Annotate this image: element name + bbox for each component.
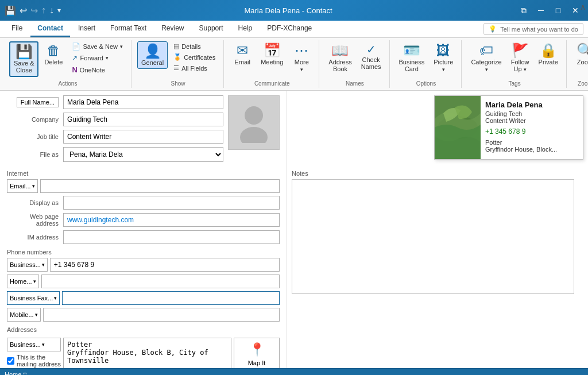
tab-contact[interactable]: Contact: [30, 21, 70, 37]
file-as-label: File as: [7, 151, 59, 158]
phone-numbers-label: Phone numbers: [7, 249, 280, 256]
onenote-button[interactable]: N OneNote: [68, 64, 126, 75]
left-panel: Full Name... Company Job title File as P…: [0, 91, 287, 368]
business-card-preview: Maria Dela Pena Guiding Tech Content Wri…: [434, 95, 583, 160]
maximize-button[interactable]: □: [550, 2, 566, 18]
tab-pdf-xchange[interactable]: PDF-XChange: [260, 21, 319, 37]
business-card-button[interactable]: 🪪 BusinessCard: [396, 41, 428, 75]
tell-me-search[interactable]: 💡 Tell me what you want to do: [483, 23, 583, 35]
minimize-button[interactable]: ─: [533, 2, 549, 18]
home-phone-input[interactable]: [41, 275, 280, 288]
map-pin-icon: 📍: [249, 342, 265, 357]
forward-button[interactable]: ↗ Forward ▾: [68, 53, 126, 63]
options-buttons: 🪪 BusinessCard 🖼 Picture▾: [396, 41, 457, 77]
full-name-input[interactable]: [63, 95, 223, 109]
job-title-input[interactable]: [63, 130, 223, 144]
bc-name: Maria Dela Pena: [485, 100, 578, 109]
business-phone-row: Business... ▾: [7, 258, 280, 272]
status-home-text: Home ᵐ: [5, 371, 27, 375]
business-phone-input[interactable]: [50, 258, 280, 272]
details-button[interactable]: ▤ Details: [170, 41, 219, 51]
tab-file[interactable]: File: [5, 21, 29, 37]
email-label: Email: [234, 59, 250, 65]
address-dropdown-button[interactable]: Business... ▾: [7, 338, 61, 351]
down-arrow-icon[interactable]: ↓: [49, 5, 54, 16]
bc-phone: +1 345 678 9: [485, 127, 578, 136]
follow-up-button[interactable]: 🚩 FollowUp ▾: [508, 41, 533, 75]
tags-group-label: Tags: [509, 78, 521, 87]
tab-insert[interactable]: Insert: [71, 21, 102, 37]
check-names-button[interactable]: ✓ CheckNames: [358, 41, 385, 72]
certificates-button[interactable]: 🏅 Certificates: [170, 52, 219, 62]
lightbulb-icon: 💡: [489, 25, 497, 33]
follow-up-icon: 🚩: [512, 44, 529, 57]
follow-up-label: FollowUp ▾: [511, 59, 529, 72]
tab-format-text[interactable]: Format Text: [103, 21, 153, 37]
job-title-row: Job title: [7, 130, 223, 144]
up-arrow-icon[interactable]: ↑: [41, 5, 46, 16]
undo-icon[interactable]: ↩: [20, 5, 27, 16]
bc-image: [435, 96, 481, 159]
email-arrow-icon: ▾: [32, 183, 35, 189]
address-btn-label: Business...: [10, 341, 41, 348]
mobile-input[interactable]: [43, 308, 280, 322]
address-arrow: ▾: [42, 342, 45, 347]
general-button[interactable]: 👤 General: [137, 41, 168, 69]
display-as-input[interactable]: [63, 196, 280, 210]
private-icon: 🔒: [540, 44, 557, 57]
im-input[interactable]: [63, 230, 280, 244]
redo-icon[interactable]: ↪: [30, 5, 38, 16]
home-phone-arrow: ▾: [33, 279, 36, 284]
ribbon-group-names: 📖 AddressBook ✓ CheckNames Names: [320, 40, 389, 88]
email-dropdown-button[interactable]: Email... ▾: [7, 179, 38, 193]
picture-label: Picture▾: [434, 59, 453, 72]
avatar-svg: [237, 103, 271, 143]
web-input[interactable]: [63, 213, 280, 227]
delete-button[interactable]: 🗑 Delete: [41, 41, 66, 68]
fax-button[interactable]: Business Fax... ▾: [7, 291, 60, 305]
all-fields-button[interactable]: ☰ All Fields: [170, 63, 219, 73]
save-close-button[interactable]: 💾 Save &Close: [9, 41, 38, 77]
communicate-buttons: ✉ Email 📅 Meeting ⋯ More▾: [230, 41, 314, 77]
map-it-button[interactable]: 📍 Map It: [234, 338, 280, 368]
certificates-label: Certificates: [184, 54, 215, 61]
save-icon[interactable]: 💾: [5, 5, 16, 16]
notes-textarea[interactable]: [292, 179, 574, 294]
tab-review[interactable]: Review: [154, 21, 191, 37]
categorize-button[interactable]: 🏷 Categorize▾: [467, 41, 505, 75]
business-phone-button[interactable]: Business... ▾: [7, 258, 48, 272]
home-phone-button[interactable]: Home... ▾: [7, 275, 39, 288]
meeting-button[interactable]: 📅 Meeting: [257, 41, 287, 68]
more-icon: ⋯: [295, 44, 308, 57]
address-book-button[interactable]: 📖 AddressBook: [325, 41, 355, 75]
zoom-group-label: Zoom: [578, 78, 588, 87]
picture-button[interactable]: 🖼 Picture▾: [430, 41, 457, 75]
window-title: Maria Dela Pena - Contact: [61, 6, 516, 15]
zoom-buttons: 🔍 Zoom: [572, 41, 588, 77]
right-panel: Maria Dela Pena Guiding Tech Content Wri…: [287, 91, 588, 368]
names-group-label: Names: [346, 78, 364, 87]
save-new-button[interactable]: 📄 Save & New ▾: [68, 41, 126, 52]
zoom-label: Zoom: [577, 59, 588, 65]
file-as-select[interactable]: Pena, Maria Dela: [63, 147, 223, 162]
full-name-button[interactable]: Full Name...: [17, 97, 59, 107]
email-button[interactable]: ✉ Email: [230, 41, 255, 68]
more-button[interactable]: ⋯ More▾: [289, 41, 314, 75]
general-icon: 👤: [144, 44, 161, 58]
address-textarea[interactable]: Potter Gryffindor House, Block B, City o…: [63, 338, 231, 368]
company-input[interactable]: [63, 113, 223, 126]
mobile-button[interactable]: Mobile... ▾: [7, 308, 41, 322]
ribbon-collapse-button[interactable]: ∧: [580, 2, 586, 11]
tab-help[interactable]: Help: [231, 21, 260, 37]
title-bar-icons: 💾 ↩ ↪ ↑ ↓ ▾: [5, 5, 61, 16]
email-input[interactable]: [40, 179, 280, 193]
private-button[interactable]: 🔒 Private: [535, 41, 562, 68]
tab-support[interactable]: Support: [192, 21, 230, 37]
certificates-icon: 🏅: [173, 53, 181, 61]
customize-icon[interactable]: ▾: [57, 6, 61, 14]
fax-input[interactable]: [62, 291, 280, 305]
mailing-checkbox[interactable]: [7, 357, 14, 365]
zoom-button[interactable]: 🔍 Zoom: [572, 41, 588, 68]
restore-button[interactable]: ⧉: [516, 2, 532, 18]
bc-address-line2: Gryffindor House, Block...: [485, 146, 578, 153]
